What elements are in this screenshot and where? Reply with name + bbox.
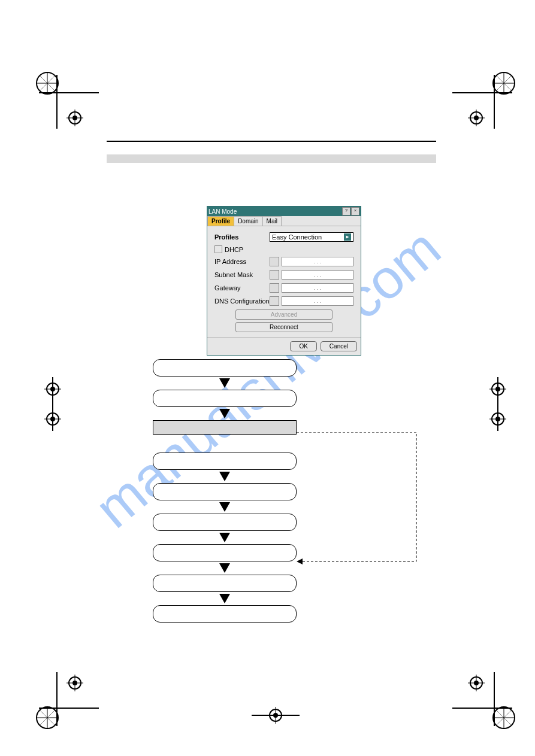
svg-marker-73: [219, 563, 230, 573]
crop-mark-icon: [29, 377, 77, 431]
flow-step: [153, 544, 297, 561]
crop-mark-icon: [474, 377, 522, 431]
ip-address-label: IP Address: [214, 258, 270, 265]
tab-mail[interactable]: Mail: [262, 216, 282, 226]
dialog-titlebar: LAN Mode ? ×: [207, 207, 361, 216]
arrow-down-icon: [153, 594, 297, 603]
ok-button[interactable]: OK: [290, 341, 316, 351]
reconnect-button[interactable]: Reconnect: [235, 322, 333, 332]
flow-step-highlight: [153, 420, 297, 435]
dns-label: DNS Configuration: [214, 297, 270, 305]
flow-step: [153, 453, 297, 470]
arrow-down-icon: [153, 378, 297, 388]
svg-marker-67: [346, 236, 349, 239]
arrow-down-icon: [153, 472, 297, 481]
cancel-button[interactable]: Cancel: [321, 341, 357, 351]
flow-step: [153, 605, 297, 623]
svg-marker-70: [219, 472, 230, 481]
keyboard-icon[interactable]: [270, 270, 279, 280]
divider-line: [107, 141, 436, 142]
svg-marker-68: [219, 378, 230, 388]
flow-step: [153, 575, 297, 592]
flow-step: [153, 514, 297, 531]
profiles-value: Easy Connection: [272, 233, 322, 241]
lan-mode-dialog: LAN Mode ? × Profile Domain Mail Profile…: [207, 206, 361, 356]
tab-domain[interactable]: Domain: [234, 216, 262, 226]
svg-marker-72: [219, 533, 230, 542]
svg-point-52: [50, 417, 55, 421]
crop-mark-icon: [452, 666, 518, 732]
svg-marker-69: [219, 409, 230, 418]
svg-point-32: [72, 681, 77, 685]
arrow-down-icon: [153, 409, 297, 418]
keyboard-icon[interactable]: [270, 283, 279, 293]
svg-marker-71: [219, 502, 230, 512]
gateway-label: Gateway: [214, 284, 270, 292]
svg-point-57: [495, 387, 500, 391]
ip-address-field[interactable]: . . .: [282, 257, 353, 266]
crop-mark-icon: [452, 69, 518, 135]
flow-step: [153, 483, 297, 500]
svg-point-43: [474, 681, 479, 685]
dns-field[interactable]: . . .: [282, 296, 353, 306]
profiles-label: Profiles: [214, 233, 270, 241]
help-button[interactable]: ?: [342, 207, 350, 215]
svg-point-66: [273, 713, 278, 718]
svg-marker-75: [297, 558, 303, 564]
profiles-select[interactable]: Easy Connection: [270, 232, 353, 242]
flow-step: [153, 359, 297, 377]
arrow-down-icon: [153, 533, 297, 542]
svg-point-21: [474, 116, 479, 120]
keyboard-icon[interactable]: [270, 257, 279, 266]
svg-point-48: [50, 387, 55, 391]
arrow-down-icon: [153, 502, 297, 512]
crop-mark-icon: [252, 703, 300, 727]
svg-point-10: [72, 116, 77, 120]
keyboard-icon[interactable]: [270, 296, 279, 306]
tab-profile[interactable]: Profile: [207, 216, 234, 226]
svg-marker-74: [219, 594, 230, 603]
dashed-connector: [297, 432, 428, 572]
gateway-field[interactable]: . . .: [282, 283, 353, 293]
svg-point-61: [495, 417, 500, 421]
arrow-down-icon: [153, 563, 297, 573]
dialog-title: LAN Mode: [208, 208, 237, 215]
crop-mark-icon: [33, 666, 99, 732]
subnet-mask-label: Subnet Mask: [214, 271, 270, 278]
dropdown-arrow-icon: [344, 233, 351, 241]
dhcp-label: DHCP: [225, 246, 243, 253]
subnet-mask-field[interactable]: . . .: [282, 270, 353, 280]
advanced-button[interactable]: Advanced: [235, 309, 333, 320]
flow-step: [153, 390, 297, 407]
close-button[interactable]: ×: [351, 207, 359, 215]
divider-band: [107, 154, 436, 163]
flowchart: [153, 359, 297, 623]
crop-mark-icon: [33, 69, 99, 135]
dhcp-checkbox[interactable]: [214, 245, 222, 253]
